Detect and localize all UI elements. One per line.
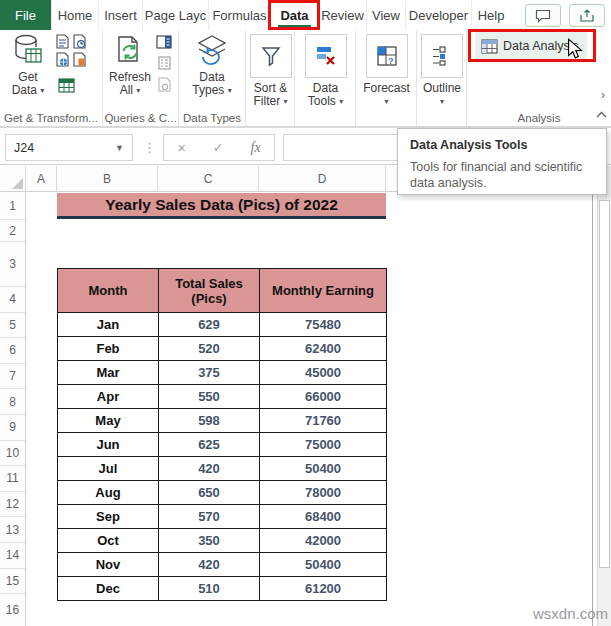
recent-sources-icon[interactable]: [73, 34, 86, 49]
cell-earning[interactable]: 62400: [260, 337, 387, 361]
cell-month[interactable]: Mar: [58, 361, 159, 385]
row-header-16[interactable]: 16: [0, 594, 25, 625]
queries-connections-icon[interactable]: [156, 35, 172, 49]
vertical-scrollbar-thumb[interactable]: [599, 200, 610, 568]
cell-sales[interactable]: 375: [159, 361, 260, 385]
cell-sales[interactable]: 629: [159, 313, 260, 337]
row-header-13[interactable]: 13: [0, 517, 25, 543]
name-box[interactable]: J24 ▼: [5, 134, 133, 161]
cell-earning[interactable]: 75000: [260, 433, 387, 457]
tab-view[interactable]: View: [367, 0, 406, 30]
properties-icon[interactable]: [158, 56, 171, 70]
header-cell-month[interactable]: Month: [58, 269, 159, 313]
cell-sales[interactable]: 420: [159, 457, 260, 481]
row-header-3[interactable]: 3: [0, 242, 25, 287]
cell-sales[interactable]: 510: [159, 577, 260, 601]
cell-month[interactable]: Dec: [58, 577, 159, 601]
cell-month[interactable]: Sep: [58, 505, 159, 529]
row-header-5[interactable]: 5: [0, 313, 25, 339]
cell-earning[interactable]: 68400: [260, 505, 387, 529]
cell-month[interactable]: Apr: [58, 385, 159, 409]
data-tools-button[interactable]: Data Tools ▾: [301, 34, 350, 108]
enter-icon[interactable]: ✓: [213, 140, 224, 155]
tab-developer[interactable]: Developer: [406, 0, 472, 30]
get-data-button[interactable]: Get Data ▾: [4, 34, 52, 97]
more-options-chevron[interactable]: ›: [601, 88, 605, 102]
cell-month[interactable]: Jul: [58, 457, 159, 481]
formula-bar-resize-handle[interactable]: ⋮: [143, 134, 156, 161]
column-header-a[interactable]: A: [26, 166, 57, 191]
header-cell-total-sales[interactable]: Total Sales (Pics): [159, 269, 260, 313]
outline-button[interactable]: Outline ▾: [417, 34, 467, 108]
select-all-corner[interactable]: [0, 166, 26, 191]
table-title-cell[interactable]: Yearly Sales Data (Pics) of 2022: [57, 193, 386, 219]
cell-month[interactable]: Nov: [58, 553, 159, 577]
comments-button[interactable]: [525, 4, 561, 27]
from-web-icon[interactable]: [56, 52, 69, 67]
cell-sales[interactable]: 650: [159, 481, 260, 505]
sort-filter-button[interactable]: Sort & Filter ▾: [246, 34, 295, 108]
row-header-11[interactable]: 11: [0, 466, 25, 492]
insert-function-icon[interactable]: fx: [251, 140, 261, 156]
cancel-icon[interactable]: ×: [177, 139, 186, 156]
from-text-file-icon[interactable]: [56, 34, 69, 49]
cell-month[interactable]: Jun: [58, 433, 159, 457]
sheet-cells[interactable]: Yearly Sales Data (Pics) of 2022 Month T…: [26, 192, 611, 626]
tab-insert[interactable]: Insert: [99, 0, 143, 30]
cell-earning[interactable]: 45000: [260, 361, 387, 385]
tab-review[interactable]: Review: [319, 0, 367, 30]
row-header-14[interactable]: 14: [0, 543, 25, 569]
edit-links-icon[interactable]: [158, 77, 171, 92]
cell-earning[interactable]: 61200: [260, 577, 387, 601]
cell-month[interactable]: May: [58, 409, 159, 433]
column-header-c[interactable]: C: [158, 166, 259, 191]
row-header-9[interactable]: 9: [0, 415, 25, 441]
cell-sales[interactable]: 598: [159, 409, 260, 433]
cell-earning[interactable]: 50400: [260, 457, 387, 481]
cell-earning[interactable]: 50400: [260, 553, 387, 577]
cell-sales[interactable]: 550: [159, 385, 260, 409]
cell-earning[interactable]: 66000: [260, 385, 387, 409]
cell-month[interactable]: Feb: [58, 337, 159, 361]
cell-sales[interactable]: 570: [159, 505, 260, 529]
row-header-4[interactable]: 4: [0, 287, 25, 313]
cell-sales[interactable]: 350: [159, 529, 260, 553]
forecast-button[interactable]: ? Forecast ▾: [362, 34, 411, 108]
row-header-8[interactable]: 8: [0, 389, 25, 415]
name-box-dropdown-icon[interactable]: ▼: [115, 143, 124, 153]
cell-earning[interactable]: 78000: [260, 481, 387, 505]
tab-page-layout[interactable]: Page Layc: [143, 0, 209, 30]
from-database-icon[interactable]: [73, 52, 86, 67]
row-header-1[interactable]: 1: [0, 192, 25, 220]
cell-month[interactable]: Jan: [58, 313, 159, 337]
vertical-scrollbar[interactable]: [597, 166, 611, 626]
row-header-4-label: 4: [9, 292, 16, 306]
row-header-7[interactable]: 7: [0, 364, 25, 390]
tab-formulas[interactable]: Formulas: [209, 0, 271, 30]
header-cell-monthly-earning[interactable]: Monthly Earning: [260, 269, 387, 313]
data-types-button[interactable]: Data Types ▾: [187, 34, 237, 97]
tab-file[interactable]: File: [0, 0, 52, 30]
row-header-15[interactable]: 15: [0, 569, 25, 595]
cell-month[interactable]: Oct: [58, 529, 159, 553]
tab-help[interactable]: Help: [472, 0, 510, 30]
share-button[interactable]: [569, 4, 605, 27]
cell-earning[interactable]: 42000: [260, 529, 387, 553]
row-header-2[interactable]: 2: [0, 220, 25, 242]
row-header-10[interactable]: 10: [0, 441, 25, 467]
column-header-b[interactable]: B: [57, 166, 158, 191]
column-header-d[interactable]: D: [259, 166, 386, 191]
cell-sales[interactable]: 520: [159, 337, 260, 361]
cell-earning[interactable]: 75480: [260, 313, 387, 337]
tab-home[interactable]: Home: [52, 0, 99, 30]
row-header-6[interactable]: 6: [0, 338, 25, 364]
tabbar-spacer: [510, 0, 525, 30]
refresh-all-button[interactable]: Refresh All ▾: [105, 34, 155, 97]
cell-earning[interactable]: 71760: [260, 409, 387, 433]
cell-month[interactable]: Aug: [58, 481, 159, 505]
from-table-range-icon[interactable]: [58, 78, 75, 93]
collapse-ribbon-button[interactable]: [596, 104, 607, 122]
cell-sales[interactable]: 420: [159, 553, 260, 577]
cell-sales[interactable]: 625: [159, 433, 260, 457]
row-header-12[interactable]: 12: [0, 492, 25, 518]
